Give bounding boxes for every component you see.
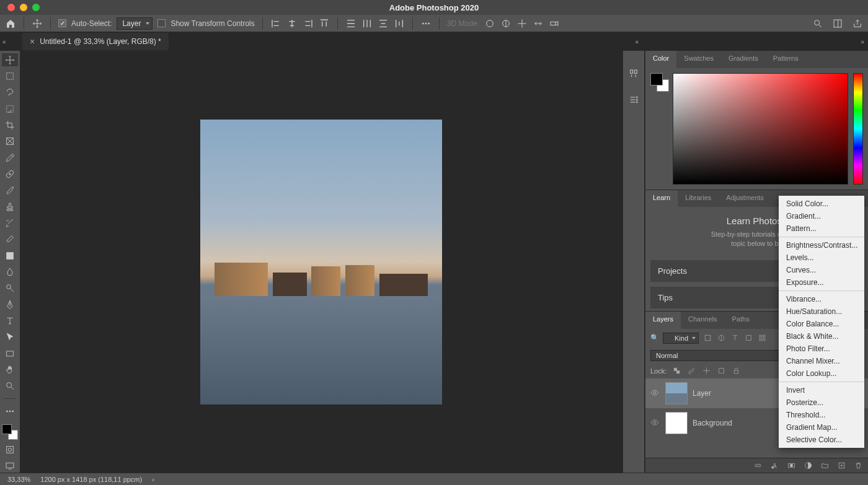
distribute-v-icon[interactable] bbox=[361, 18, 373, 29]
lock-position-icon[interactable] bbox=[701, 366, 711, 376]
gradient-tool[interactable] bbox=[2, 249, 18, 262]
dodge-tool[interactable] bbox=[2, 282, 18, 295]
layer-mask-icon[interactable] bbox=[787, 461, 796, 470]
filter-type-icon[interactable] bbox=[730, 333, 740, 343]
tab-libraries[interactable]: Libraries bbox=[678, 190, 719, 207]
minimize-window[interactable] bbox=[20, 4, 27, 11]
tab-gradients[interactable]: Gradients bbox=[721, 51, 766, 68]
transform-checkbox[interactable] bbox=[157, 19, 166, 27]
color-swatch[interactable] bbox=[650, 73, 668, 185]
align-right-icon[interactable] bbox=[303, 18, 314, 29]
delete-layer-icon[interactable] bbox=[854, 461, 863, 470]
doc-dimensions[interactable]: 1200 px x 1418 px (118,11 ppcm) bbox=[40, 476, 142, 483]
menu-gradient-map[interactable]: Gradient Map... bbox=[779, 421, 864, 434]
rectangle-tool[interactable] bbox=[2, 347, 18, 360]
quick-mask-tool[interactable] bbox=[2, 443, 18, 456]
workspace-icon[interactable] bbox=[832, 18, 843, 29]
visibility-icon[interactable] bbox=[650, 388, 660, 398]
properties-panel-icon[interactable] bbox=[628, 94, 639, 105]
pen-tool[interactable] bbox=[2, 298, 18, 311]
link-layers-icon[interactable] bbox=[753, 461, 763, 470]
collapse-right-icon[interactable]: » bbox=[861, 38, 864, 45]
canvas[interactable] bbox=[20, 51, 622, 473]
layer-name[interactable]: Layer bbox=[693, 389, 711, 398]
auto-select-dropdown[interactable]: Layer bbox=[117, 17, 153, 30]
tab-swatches[interactable]: Swatches bbox=[676, 51, 721, 68]
menu-hue-saturation[interactable]: Hue/Saturation... bbox=[779, 305, 864, 318]
layer-style-icon[interactable]: fx bbox=[770, 461, 779, 470]
move-tool-icon[interactable] bbox=[32, 18, 43, 29]
close-tab-icon[interactable]: × bbox=[30, 37, 35, 46]
visibility-icon[interactable] bbox=[650, 418, 660, 428]
more-options-icon[interactable] bbox=[420, 18, 432, 29]
color-field[interactable] bbox=[673, 73, 848, 185]
history-panel-icon[interactable] bbox=[628, 68, 639, 79]
distribute-top-icon[interactable] bbox=[345, 18, 356, 29]
type-tool[interactable] bbox=[2, 314, 18, 327]
align-left-icon[interactable] bbox=[270, 18, 281, 29]
marquee-tool[interactable] bbox=[2, 69, 18, 82]
tab-channels[interactable]: Channels bbox=[681, 312, 724, 329]
menu-levels[interactable]: Levels... bbox=[779, 251, 864, 264]
share-icon[interactable] bbox=[852, 18, 863, 29]
menu-black-white[interactable]: Black & White... bbox=[779, 330, 864, 343]
menu-channel-mixer[interactable]: Channel Mixer... bbox=[779, 355, 864, 367]
lock-all-icon[interactable] bbox=[731, 366, 741, 376]
lock-artboard-icon[interactable] bbox=[716, 366, 726, 376]
menu-selective-color[interactable]: Selective Color... bbox=[779, 434, 864, 446]
lasso-tool[interactable] bbox=[2, 86, 18, 99]
collapse-left-icon[interactable]: « bbox=[2, 38, 6, 45]
menu-pattern[interactable]: Pattern... bbox=[779, 222, 864, 235]
menu-brightness-contrast[interactable]: Brightness/Contrast... bbox=[779, 239, 864, 251]
path-select-tool[interactable] bbox=[2, 331, 18, 344]
menu-vibrance[interactable]: Vibrance... bbox=[779, 293, 864, 305]
screen-mode-tool[interactable] bbox=[2, 460, 18, 473]
zoom-level[interactable]: 33,33% bbox=[7, 476, 30, 483]
hue-slider[interactable] bbox=[853, 73, 863, 185]
healing-tool[interactable] bbox=[2, 167, 18, 180]
history-brush-tool[interactable] bbox=[2, 216, 18, 229]
filter-smart-icon[interactable] bbox=[757, 333, 767, 343]
lock-image-icon[interactable] bbox=[686, 366, 696, 376]
tab-layers[interactable]: Layers bbox=[645, 312, 681, 329]
align-top-icon[interactable] bbox=[319, 18, 330, 29]
tab-color[interactable]: Color bbox=[645, 51, 676, 68]
foreground-color[interactable] bbox=[2, 424, 12, 434]
tab-patterns[interactable]: Patterns bbox=[766, 51, 806, 68]
hand-tool[interactable] bbox=[2, 363, 18, 376]
layer-name[interactable]: Background bbox=[693, 419, 732, 427]
menu-threshold[interactable]: Threshold... bbox=[779, 409, 864, 421]
menu-solid-color[interactable]: Solid Color... bbox=[779, 198, 864, 210]
align-center-h-icon[interactable] bbox=[286, 18, 298, 29]
filter-adjust-icon[interactable] bbox=[716, 333, 726, 343]
kind-dropdown[interactable]: Kind bbox=[663, 333, 699, 344]
adjustment-layer-icon[interactable] bbox=[804, 461, 813, 470]
zoom-tool[interactable] bbox=[2, 380, 18, 393]
close-window[interactable] bbox=[7, 4, 15, 11]
distribute-bottom-icon[interactable] bbox=[378, 18, 389, 29]
eraser-tool[interactable] bbox=[2, 233, 18, 246]
lock-transparent-icon[interactable] bbox=[671, 366, 681, 376]
menu-color-lookup[interactable]: Color Lookup... bbox=[779, 367, 864, 380]
collapse-mid-icon[interactable]: « bbox=[635, 38, 639, 45]
move-tool[interactable] bbox=[2, 53, 18, 66]
search-icon[interactable] bbox=[812, 18, 823, 29]
status-chevron-icon[interactable]: › bbox=[152, 476, 154, 483]
blur-tool[interactable] bbox=[2, 265, 18, 278]
home-icon[interactable] bbox=[5, 18, 16, 29]
filter-pixel-icon[interactable] bbox=[702, 333, 712, 343]
menu-exposure[interactable]: Exposure... bbox=[779, 276, 864, 289]
edit-toolbar-icon[interactable] bbox=[2, 404, 18, 417]
menu-curves[interactable]: Curves... bbox=[779, 264, 864, 276]
frame-tool[interactable] bbox=[2, 135, 18, 148]
auto-select-checkbox[interactable]: ✓ bbox=[58, 19, 66, 27]
foreground-background-swatch[interactable] bbox=[2, 424, 18, 440]
tab-paths[interactable]: Paths bbox=[725, 312, 757, 329]
crop-tool[interactable] bbox=[2, 118, 18, 131]
layer-thumbnail[interactable] bbox=[665, 382, 688, 404]
menu-posterize[interactable]: Posterize... bbox=[779, 396, 864, 409]
menu-gradient[interactable]: Gradient... bbox=[779, 210, 864, 222]
quick-select-tool[interactable] bbox=[2, 102, 18, 115]
layer-thumbnail[interactable] bbox=[665, 412, 688, 434]
brush-tool[interactable] bbox=[2, 184, 18, 197]
